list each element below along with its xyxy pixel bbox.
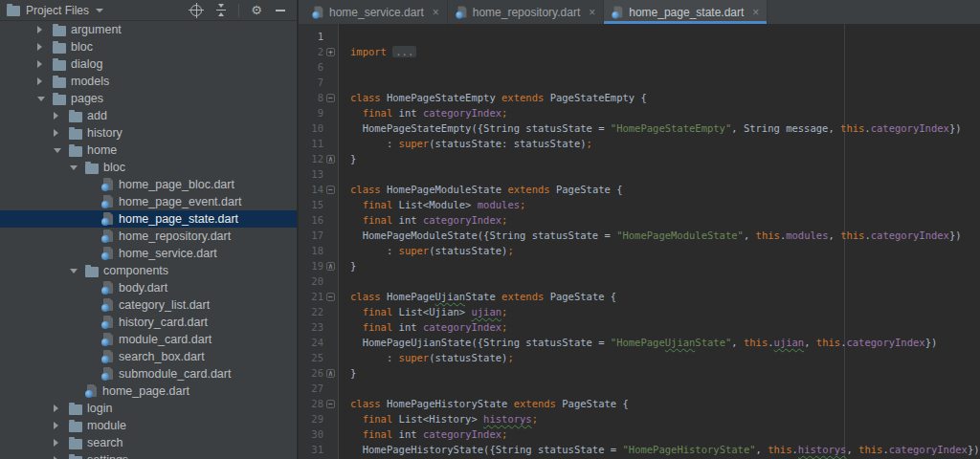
code-token: , String message, xyxy=(731,122,840,134)
line-number: 15 xyxy=(299,199,323,210)
tree-item-home_service-dart[interactable]: home_service.dart xyxy=(0,245,297,262)
chevron-expanded-icon[interactable] xyxy=(70,165,78,170)
dart-file-icon xyxy=(456,6,467,18)
dart-file-icon xyxy=(101,195,114,208)
chevron-collapsed-icon[interactable] xyxy=(37,26,42,33)
hide-panel-icon[interactable] xyxy=(276,10,285,11)
close-icon[interactable]: × xyxy=(752,7,759,18)
gutter-row: 19∧ xyxy=(299,258,338,273)
gutter-row: 27 xyxy=(299,381,338,396)
chevron-down-icon[interactable] xyxy=(96,9,103,12)
chevron-collapsed-icon[interactable] xyxy=(37,43,42,51)
code-token xyxy=(350,107,363,119)
dart-file-icon xyxy=(101,247,114,260)
tree-item-module_card-dart[interactable]: module_card.dart xyxy=(0,331,297,348)
tree-item-login[interactable]: login xyxy=(0,400,297,417)
chevron-collapsed-icon[interactable] xyxy=(37,77,42,85)
tree-item-home_repository-dart[interactable]: home_repository.dart xyxy=(0,228,297,245)
code-token: modules xyxy=(478,199,520,210)
project-view-title[interactable]: Project Files xyxy=(26,4,89,17)
line-number: 6 xyxy=(299,61,323,73)
gutter-row: 28− xyxy=(299,396,338,411)
tree-item-home_page_event-dart[interactable]: home_page_event.dart xyxy=(0,193,297,210)
chevron-collapsed-icon[interactable] xyxy=(54,404,58,412)
code-token: , xyxy=(731,337,744,348)
code-token xyxy=(350,214,363,226)
tree-item-search_box-dart[interactable]: search_box.dart xyxy=(0,348,297,365)
fold-marker[interactable]: ∧ xyxy=(326,155,335,164)
code-token: PageStateEmpty { xyxy=(544,92,646,103)
editor-tab-home_page_state-dart[interactable]: home_page_state.dart× xyxy=(604,0,768,24)
fold-marker[interactable]: − xyxy=(326,400,335,408)
code-token: this xyxy=(744,337,768,348)
code-token: int xyxy=(392,214,423,226)
tree-item-label: add xyxy=(87,109,107,122)
expand-slot xyxy=(37,77,53,85)
code-line xyxy=(350,75,980,90)
code-editor[interactable]: 12+678−9101112∧1314−1516171819∧2021−2223… xyxy=(299,24,980,459)
tree-item-models[interactable]: models xyxy=(0,73,297,90)
code-token: Ujian xyxy=(665,337,696,348)
code-line: final int categoryIndex; xyxy=(350,105,980,120)
fold-marker[interactable]: − xyxy=(326,186,335,194)
dart-file-icon xyxy=(101,367,114,381)
tree-item-home[interactable]: home xyxy=(0,142,297,159)
tree-item-history_card-dart[interactable]: history_card.dart xyxy=(0,314,297,331)
line-number: 10 xyxy=(299,122,323,134)
tree-item-home_page_bloc-dart[interactable]: home_page_bloc.dart xyxy=(0,176,297,193)
locate-icon[interactable] xyxy=(190,5,202,16)
tree-item-submodule_card-dart[interactable]: submodule_card.dart xyxy=(0,365,297,382)
chevron-collapsed-icon[interactable] xyxy=(54,129,58,137)
editor-tab-home_service-dart[interactable]: home_service.dart× xyxy=(304,0,448,24)
fold-marker[interactable]: − xyxy=(326,94,335,102)
project-panel: Project Files ⚙ argumentblocdialogmodels… xyxy=(0,0,298,459)
code-token: categoryIndex xyxy=(871,122,949,134)
close-icon[interactable]: × xyxy=(589,7,595,18)
chevron-collapsed-icon[interactable] xyxy=(54,112,58,120)
close-icon[interactable]: × xyxy=(433,7,439,18)
line-number: 17 xyxy=(299,230,323,241)
tree-item-search[interactable]: search xyxy=(0,434,297,451)
chevron-collapsed-icon[interactable] xyxy=(37,60,42,68)
chevron-collapsed-icon[interactable] xyxy=(54,422,58,429)
collapse-all-icon[interactable] xyxy=(215,4,227,16)
code-line: final int categoryIndex; xyxy=(350,426,980,442)
code-area[interactable]: import ...class HomePageStateEmpty exten… xyxy=(339,24,980,459)
code-token: : xyxy=(350,138,399,149)
tree-item-label: bloc xyxy=(71,40,93,54)
tree-item-components[interactable]: components xyxy=(0,262,297,279)
tree-item-pages[interactable]: pages xyxy=(0,90,297,107)
tree-item-bloc[interactable]: bloc xyxy=(0,159,297,176)
gutter-row: 17 xyxy=(299,228,338,243)
fold-marker[interactable]: ∧ xyxy=(326,369,335,378)
code-token: , xyxy=(846,444,858,455)
chevron-collapsed-icon[interactable] xyxy=(54,439,58,447)
code-token: : xyxy=(350,245,399,256)
tree-item-home_page_state-dart[interactable]: home_page_state.dart xyxy=(0,210,297,228)
fold-marker[interactable]: ∧ xyxy=(326,262,335,271)
tree-item-add[interactable]: add xyxy=(0,107,297,124)
chevron-expanded-icon[interactable] xyxy=(70,269,78,273)
tree-item-bloc[interactable]: bloc xyxy=(0,38,297,55)
code-line: HomePageUjianState({String statusState =… xyxy=(350,335,980,350)
tree-item-history[interactable]: history xyxy=(0,124,297,142)
code-token xyxy=(350,199,363,210)
tree-item-body-dart[interactable]: body.dart xyxy=(0,279,297,296)
fold-marker[interactable]: + xyxy=(326,48,335,56)
code-token: class xyxy=(350,291,381,302)
tree-item-category_list-dart[interactable]: category_list.dart xyxy=(0,296,297,314)
chevron-expanded-icon[interactable] xyxy=(37,97,45,101)
editor-tab-home_repository-dart[interactable]: home_repository.dart× xyxy=(448,0,605,24)
code-token: PageState { xyxy=(556,398,629,409)
tree-item-settings[interactable]: settings xyxy=(0,451,297,459)
tab-bar: home_service.dart×home_repository.dart×h… xyxy=(299,0,980,24)
tab-label: home_page_state.dart xyxy=(629,6,744,19)
line-number: 22 xyxy=(299,306,323,317)
tree-item-argument[interactable]: argument xyxy=(0,21,297,38)
fold-marker[interactable]: − xyxy=(326,293,335,301)
tree-item-module[interactable]: module xyxy=(0,417,297,434)
tree-item-dialog[interactable]: dialog xyxy=(0,55,297,73)
chevron-expanded-icon[interactable] xyxy=(54,148,61,153)
tree-item-home_page-dart[interactable]: home_page.dart xyxy=(0,382,297,400)
gear-icon[interactable]: ⚙ xyxy=(251,4,262,16)
